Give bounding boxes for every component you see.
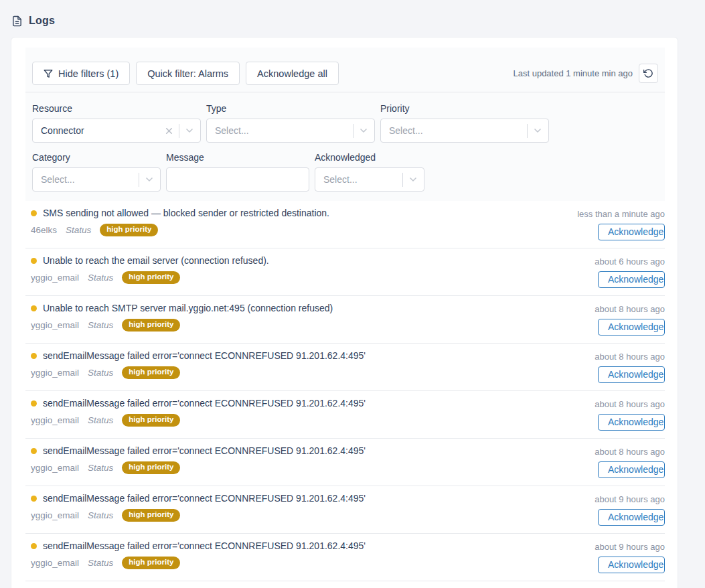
hide-filters-button[interactable]: Hide filters (1) [32,62,130,85]
type-filter-label: Type [206,103,375,114]
priority-badge: high priority [122,366,180,379]
category-filter-label: Category [32,152,161,163]
select-separator [353,124,354,138]
log-entry: Unable to reach SMTP server mail.yggio.n… [25,296,665,344]
log-entry: sendEmailMessage failed error='connect E… [25,486,665,534]
log-entry-main: sendEmailMessage failed error='connect E… [31,398,558,427]
x-icon[interactable] [164,126,174,136]
log-status-label: Status [88,558,113,568]
log-meta-line: yggio_email Status high priority [31,509,558,522]
log-entry: Unable to reach the email server (connec… [25,248,665,296]
type-select[interactable]: Select... [206,119,375,143]
log-entry-main: Unable to reach SMTP server mail.yggio.n… [31,303,558,332]
log-message-line: sendEmailMessage failed error='connect E… [31,540,558,551]
priority-badge: high priority [122,414,180,427]
priority-badge: high priority [100,224,158,236]
filters-panel: Hide filters (1) Quick filter: Alarms Ac… [25,48,665,201]
refresh-button[interactable] [639,64,658,83]
message-filter-label: Message [166,152,309,163]
log-message: Unable to reach SMTP server mail.yggio.n… [43,303,333,313]
acknowledged-filter: Acknowledged Select... [315,152,424,192]
log-list: SMS sending not allowed — blocked sender… [25,201,665,581]
chevron-down-icon[interactable] [184,125,195,136]
logs-card: Hide filters (1) Quick filter: Alarms Ac… [11,37,678,588]
page-title: Logs [29,15,55,27]
acknowledge-all-button[interactable]: Acknowledge all [246,62,339,85]
acknowledge-button[interactable]: Acknowledge [598,366,665,383]
log-entry-side: less than a minute ago Acknowledge [558,208,665,240]
log-resource: yggio_email [31,368,79,378]
log-resource: yggio_email [31,273,79,283]
log-status-label: Status [88,510,113,520]
log-resource: yggio_email [31,463,79,473]
log-resource: yggio_email [31,510,79,520]
log-entry-main: Unable to reach the email server (connec… [31,255,558,284]
type-filter: Type Select... [206,103,375,143]
log-entry-side: about 8 hours ago Acknowledge [558,398,665,431]
quick-filter-alarms-button[interactable]: Quick filter: Alarms [136,62,240,85]
log-entry: sendEmailMessage failed error='connect E… [25,391,665,439]
acknowledge-button[interactable]: Acknowledge [598,461,665,478]
log-resource: yggio_email [31,558,79,568]
last-updated-text: Last updated 1 minute min ago [513,68,633,78]
priority-dot-icon [31,258,37,264]
log-entry-side: about 9 hours ago Acknowledge [558,493,665,526]
rotate-ccw-icon [643,68,653,78]
log-entry-main: sendEmailMessage failed error='connect E… [31,493,558,522]
log-timestamp: about 6 hours ago [595,256,665,267]
acknowledge-button[interactable]: Acknowledge [598,557,665,573]
acknowledged-select[interactable]: Select... [315,167,424,192]
log-meta-line: yggio_email Status high priority [31,414,558,427]
chevron-down-icon[interactable] [408,174,418,185]
priority-select[interactable]: Select... [380,119,549,143]
select-separator [139,173,139,187]
log-timestamp: about 8 hours ago [595,352,665,362]
log-entry-side: about 6 hours ago Acknowledge [558,255,665,288]
message-input[interactable] [166,167,309,192]
log-meta-line: yggio_email Status high priority [31,366,558,379]
log-message-line: sendEmailMessage failed error='connect E… [31,398,558,409]
acknowledge-button[interactable]: Acknowledge [598,509,665,526]
page-header: Logs [0,0,705,27]
log-status-label: Status [88,368,113,378]
priority-badge: high priority [122,557,180,569]
priority-filter-label: Priority [380,103,549,114]
acknowledge-button[interactable]: Acknowledge [598,414,665,431]
chevron-down-icon[interactable] [532,125,543,136]
acknowledged-select-placeholder: Select... [323,174,402,185]
priority-select-placeholder: Select... [389,125,527,136]
log-message: sendEmailMessage failed error='connect E… [43,445,366,456]
priority-dot-icon [31,400,37,407]
acknowledge-button[interactable]: Acknowledge [598,319,665,336]
log-entry-main: SMS sending not allowed — blocked sender… [31,208,558,236]
log-entry-side: about 8 hours ago Acknowledge [558,303,665,336]
chevron-down-icon[interactable] [144,174,155,185]
log-meta-line: yggio_email Status high priority [31,271,558,284]
log-status-label: Status [88,320,113,330]
priority-badge: high priority [122,319,180,332]
priority-dot-icon [31,353,37,359]
resource-select[interactable]: Connector [32,119,201,143]
filter-rows: Resource Connector Type [25,92,665,201]
log-message: sendEmailMessage failed error='connect E… [43,350,366,361]
log-meta-line: yggio_email Status high priority [31,461,558,474]
acknowledge-button[interactable]: Acknowledge [598,271,665,288]
acknowledge-button[interactable]: Acknowledge [598,224,665,240]
log-message: sendEmailMessage failed error='connect E… [43,540,366,551]
message-filter: Message [166,152,309,192]
log-meta-line: 46elks Status high priority [31,224,558,236]
chevron-down-icon[interactable] [358,125,369,136]
log-timestamp: about 8 hours ago [595,399,665,409]
log-entry-side: about 8 hours ago Acknowledge [558,350,665,383]
log-timestamp: about 9 hours ago [595,494,665,504]
category-select[interactable]: Select... [32,167,161,192]
log-message-line: Unable to reach the email server (connec… [31,255,558,266]
select-separator [527,124,528,138]
log-status-label: Status [88,463,113,473]
log-entry-main: sendEmailMessage failed error='connect E… [31,540,558,569]
priority-badge: high priority [122,461,180,474]
select-separator [402,173,403,187]
log-timestamp: about 9 hours ago [595,542,665,552]
type-select-placeholder: Select... [215,125,353,136]
priority-dot-icon [31,305,37,311]
